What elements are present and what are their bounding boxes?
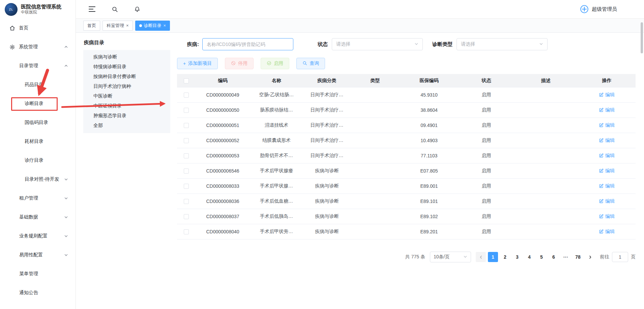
chevron-down-icon (414, 42, 418, 47)
tab-diagnosis-catalog[interactable]: 诊断目录 × (135, 21, 170, 31)
next-page-button[interactable] (585, 252, 595, 262)
chevron-down-icon (64, 196, 68, 200)
row-checkbox[interactable] (184, 169, 189, 174)
disease-filter-label: 疾病: (187, 41, 199, 48)
close-icon[interactable]: × (126, 23, 129, 28)
close-icon[interactable]: × (164, 23, 166, 28)
select-all-checkbox[interactable] (184, 78, 189, 83)
edit-button[interactable]: 编辑 (599, 168, 615, 174)
tab-department-management[interactable]: 科室管理 × (103, 21, 133, 31)
scrollbar-thumb[interactable] (641, 22, 643, 53)
row-checkbox[interactable] (184, 93, 189, 98)
sidebar-item-consumables-catalog[interactable]: 耗材目录 (0, 132, 76, 151)
disable-button[interactable]: 停用 (225, 58, 254, 69)
prev-page-button[interactable] (476, 252, 486, 262)
edit-button[interactable]: 编辑 (599, 122, 615, 128)
row-checkbox[interactable] (184, 138, 189, 143)
sidebar-item-catalog-management[interactable]: 目录管理 (0, 56, 76, 75)
edit-button[interactable]: 编辑 (599, 213, 615, 220)
cell-category: 疾病与诊断 (303, 168, 351, 174)
sidebar-item-drug-catalog[interactable]: 药品目录 (0, 75, 76, 94)
tags-view-bar: 首页 科室管理 × 诊断目录 × (76, 19, 644, 33)
page-button-3[interactable]: 3 (512, 252, 522, 262)
row-checkbox[interactable] (184, 108, 189, 113)
edit-button[interactable]: 编辑 (599, 137, 615, 144)
catalog-item-all[interactable]: 全部 (83, 121, 170, 130)
disease-search-input[interactable] (202, 38, 293, 50)
page-button-5[interactable]: 5 (536, 252, 547, 262)
column-header-status: 状态 (459, 78, 514, 84)
search-icon[interactable] (112, 6, 118, 12)
button-label: 启用 (274, 60, 283, 67)
home-icon (9, 25, 15, 31)
goto-page-input[interactable] (612, 252, 628, 262)
bell-icon[interactable] (134, 6, 140, 12)
sidebar-item-home[interactable]: 首页 (0, 19, 76, 37)
sidebar-item-label: 国临码目录 (25, 120, 48, 126)
sidebar-item-notice[interactable]: 通知公告 (0, 283, 76, 302)
edit-button[interactable]: 编辑 (599, 198, 615, 204)
sidebar-item-tenant-management[interactable]: 租户管理 (0, 189, 76, 208)
page-button-78[interactable]: 78 (573, 252, 583, 262)
active-dot-icon (139, 24, 142, 27)
diagnosis-table: 编码 名称 疾病分类 类型 医保编码 状态 描述 操作 CD0000000049 (177, 74, 636, 239)
edit-button[interactable]: 编辑 (599, 229, 615, 235)
row-checkbox[interactable] (184, 184, 189, 189)
chevron-up-icon (64, 45, 68, 49)
sidebar-item-label: 业务规则配置 (19, 233, 48, 239)
row-checkbox[interactable] (184, 123, 189, 128)
page-size-select[interactable]: 10条/页 (430, 252, 471, 262)
row-checkbox[interactable] (184, 199, 189, 204)
sidebar-collapse-icon[interactable] (89, 6, 95, 12)
edit-label: 编辑 (605, 198, 615, 204)
page-button-2[interactable]: 2 (500, 252, 510, 262)
main-column: 超级管理员 首页 科室管理 × 诊断目录 × 疾病目录 疾病与诊断 (76, 0, 644, 309)
sidebar-item-usability-config[interactable]: 易用性配置 (0, 246, 76, 264)
sidebar-item-basic-data[interactable]: 基础数据 (0, 208, 76, 227)
add-item-button[interactable]: + 添加新项目 (177, 58, 218, 69)
catalog-item-tumor-morphology[interactable]: 肿瘤形态学目录 (83, 111, 170, 121)
page-button-1[interactable]: 1 (488, 252, 498, 262)
catalog-item-drg-payment[interactable]: 按病种目录付费诊断 (83, 72, 170, 81)
sidebar-item-treatment-catalog[interactable]: 诊疗目录 (0, 151, 76, 170)
row-checkbox[interactable] (184, 214, 189, 219)
row-checkbox[interactable] (184, 229, 189, 234)
status-select[interactable]: 请选择 (332, 38, 423, 50)
chevron-down-icon (64, 215, 68, 219)
sidebar-item-business-rules[interactable]: 业务规则配置 (0, 227, 76, 246)
tab-home[interactable]: 首页 (83, 21, 100, 31)
page-button-4[interactable]: 4 (524, 252, 534, 262)
page-button-6[interactable]: 6 (549, 252, 559, 262)
cell-insurance-code: E89.101 (399, 199, 459, 204)
sidebar-item-label: 菜单管理 (19, 271, 38, 277)
cell-name: 手术后甲状腺… (250, 183, 303, 189)
ban-icon (231, 61, 236, 67)
cell-code: CD0000008033 (195, 183, 250, 189)
catalog-item-day-surgery[interactable]: 日间手术治疗病种 (83, 81, 170, 91)
cell-category: 疾病与诊断 (303, 213, 351, 220)
cell-code: CD0000000053 (195, 153, 250, 158)
catalog-item-tcm-diagnosis[interactable]: 中医诊断 (83, 91, 170, 101)
diagnosis-type-select[interactable]: 请选择 (457, 38, 548, 50)
search-icon (302, 61, 307, 67)
query-button[interactable]: 查询 (296, 58, 325, 69)
sidebar-item-menu-management[interactable]: 菜单管理 (0, 264, 76, 283)
edit-button[interactable]: 编辑 (599, 153, 615, 159)
enable-button[interactable]: 启用 (261, 58, 289, 69)
row-checkbox[interactable] (184, 153, 189, 158)
user-area[interactable]: 超级管理员 (580, 5, 617, 14)
catalog-item-chronic-disease[interactable]: 特慢病诊断目录 (83, 62, 170, 72)
sidebar-item-national-code-catalog[interactable]: 国临码目录 (0, 113, 76, 132)
sidebar-item-catalog-mapping[interactable]: 目录对照-待开发 (0, 170, 76, 189)
cell-name: 空肠-乙状结肠… (250, 92, 303, 98)
sidebar-item-system-management[interactable]: 系统管理 (0, 37, 76, 56)
catalog-item-tcm-syndrome[interactable]: 中医证候目录 (83, 101, 170, 111)
edit-button[interactable]: 编辑 (599, 92, 615, 98)
catalog-item-disease-diagnosis[interactable]: 疾病与诊断 (83, 52, 170, 62)
more-pages-button[interactable]: ••• (561, 252, 571, 262)
edit-button[interactable]: 编辑 (599, 107, 615, 113)
check-circle-icon (267, 61, 271, 67)
edit-button[interactable]: 编辑 (599, 183, 615, 189)
sidebar-item-label: 通知公告 (19, 290, 38, 296)
sidebar-item-diagnosis-catalog[interactable]: 诊断目录 (0, 94, 76, 113)
